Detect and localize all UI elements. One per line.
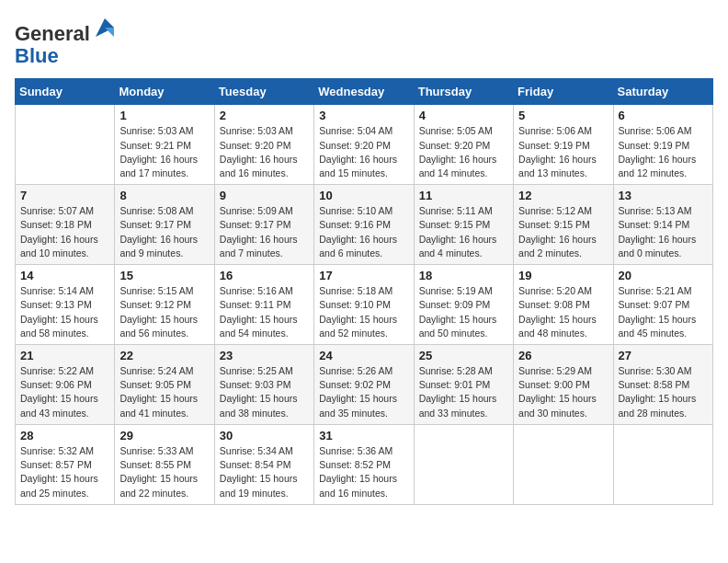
day-info: Sunrise: 5:08 AMSunset: 9:17 PMDaylight:… — [119, 204, 209, 260]
day-info: Sunrise: 5:12 AMSunset: 9:15 PMDaylight:… — [518, 204, 608, 260]
daylight-text: Daylight: 15 hours and 48 minutes. — [518, 314, 597, 339]
daylight-text: Daylight: 16 hours and 2 minutes. — [518, 234, 597, 259]
calendar-cell: 3Sunrise: 5:04 AMSunset: 9:20 PMDaylight… — [314, 105, 414, 185]
sunrise-text: Sunrise: 5:28 AM — [419, 365, 493, 376]
sunrise-text: Sunrise: 5:20 AM — [518, 285, 592, 296]
daylight-text: Daylight: 15 hours and 28 minutes. — [619, 393, 697, 418]
day-info: Sunrise: 5:26 AMSunset: 9:02 PMDaylight:… — [319, 364, 408, 420]
sunset-text: Sunset: 9:21 PM — [119, 140, 191, 151]
daylight-text: Daylight: 15 hours and 58 minutes. — [20, 314, 98, 339]
sunset-text: Sunset: 9:01 PM — [419, 379, 491, 390]
sunrise-text: Sunrise: 5:26 AM — [319, 365, 392, 376]
weekday-header-thursday: Thursday — [414, 79, 513, 105]
calendar-week-1: 1Sunrise: 5:03 AMSunset: 9:21 PMDaylight… — [16, 105, 713, 185]
daylight-text: Daylight: 16 hours and 6 minutes. — [319, 234, 397, 259]
sunset-text: Sunset: 9:09 PM — [419, 299, 491, 310]
sunset-text: Sunset: 9:16 PM — [319, 219, 391, 230]
calendar-cell: 21Sunrise: 5:22 AMSunset: 9:06 PMDayligh… — [16, 345, 115, 425]
day-number: 16 — [220, 269, 309, 282]
sunrise-text: Sunrise: 5:18 AM — [319, 285, 392, 296]
calendar-cell: 25Sunrise: 5:28 AMSunset: 9:01 PMDayligh… — [414, 345, 513, 425]
sunset-text: Sunset: 9:17 PM — [220, 219, 291, 230]
day-info: Sunrise: 5:07 AMSunset: 9:18 PMDaylight:… — [20, 204, 109, 260]
sunrise-text: Sunrise: 5:03 AM — [119, 125, 193, 136]
sunrise-text: Sunrise: 5:13 AM — [619, 205, 692, 216]
daylight-text: Daylight: 15 hours and 38 minutes. — [220, 393, 298, 418]
day-number: 2 — [220, 109, 309, 122]
day-number: 27 — [619, 349, 708, 362]
day-info: Sunrise: 5:33 AMSunset: 8:55 PMDaylight:… — [119, 444, 209, 500]
calendar-cell: 12Sunrise: 5:12 AMSunset: 9:15 PMDayligh… — [514, 185, 613, 265]
calendar-cell — [514, 424, 613, 504]
daylight-text: Daylight: 16 hours and 10 minutes. — [20, 234, 98, 259]
day-number: 5 — [518, 109, 608, 122]
sunset-text: Sunset: 9:02 PM — [319, 379, 391, 390]
day-number: 31 — [319, 429, 408, 442]
logo-text: General — [15, 15, 118, 45]
day-info: Sunrise: 5:06 AMSunset: 9:19 PMDaylight:… — [619, 124, 708, 180]
calendar-cell: 15Sunrise: 5:15 AMSunset: 9:12 PMDayligh… — [115, 265, 214, 345]
calendar-cell — [613, 424, 712, 504]
sunset-text: Sunset: 9:10 PM — [319, 299, 391, 310]
day-info: Sunrise: 5:22 AMSunset: 9:06 PMDaylight:… — [20, 364, 109, 420]
daylight-text: Daylight: 16 hours and 14 minutes. — [419, 154, 497, 178]
day-number: 14 — [20, 269, 109, 282]
day-number: 17 — [319, 269, 408, 282]
sunset-text: Sunset: 9:03 PM — [220, 379, 291, 390]
day-number: 30 — [220, 429, 309, 442]
sunrise-text: Sunrise: 5:07 AM — [20, 205, 94, 216]
day-info: Sunrise: 5:04 AMSunset: 9:20 PMDaylight:… — [319, 124, 408, 180]
calendar-cell: 4Sunrise: 5:05 AMSunset: 9:20 PMDaylight… — [414, 105, 513, 185]
daylight-text: Daylight: 16 hours and 12 minutes. — [619, 154, 697, 178]
day-number: 19 — [518, 269, 608, 282]
calendar-cell: 1Sunrise: 5:03 AMSunset: 9:21 PMDaylight… — [115, 105, 214, 185]
day-info: Sunrise: 5:34 AMSunset: 8:54 PMDaylight:… — [220, 444, 309, 500]
day-info: Sunrise: 5:21 AMSunset: 9:07 PMDaylight:… — [619, 284, 708, 340]
sunset-text: Sunset: 9:14 PM — [619, 219, 690, 230]
day-number: 15 — [119, 269, 209, 282]
daylight-text: Daylight: 16 hours and 13 minutes. — [518, 154, 597, 178]
day-number: 29 — [119, 429, 209, 442]
calendar-cell: 2Sunrise: 5:03 AMSunset: 9:20 PMDaylight… — [214, 105, 313, 185]
sunset-text: Sunset: 9:07 PM — [619, 299, 690, 310]
day-number: 25 — [419, 349, 508, 362]
day-info: Sunrise: 5:36 AMSunset: 8:52 PMDaylight:… — [319, 444, 408, 500]
logo-general: General — [15, 22, 90, 45]
svg-marker-1 — [105, 28, 114, 37]
sunrise-text: Sunrise: 5:36 AM — [319, 445, 392, 456]
sunrise-text: Sunrise: 5:29 AM — [518, 365, 592, 376]
calendar-cell: 30Sunrise: 5:34 AMSunset: 8:54 PMDayligh… — [214, 424, 313, 504]
day-number: 10 — [319, 189, 408, 202]
calendar-cell: 5Sunrise: 5:06 AMSunset: 9:19 PMDaylight… — [514, 105, 613, 185]
sunset-text: Sunset: 8:57 PM — [20, 459, 92, 470]
day-number: 12 — [518, 189, 608, 202]
sunrise-text: Sunrise: 5:22 AM — [20, 365, 94, 376]
sunset-text: Sunset: 9:11 PM — [220, 299, 291, 310]
sunset-text: Sunset: 9:06 PM — [20, 379, 92, 390]
day-info: Sunrise: 5:14 AMSunset: 9:13 PMDaylight:… — [20, 284, 109, 340]
calendar-cell: 28Sunrise: 5:32 AMSunset: 8:57 PMDayligh… — [16, 424, 115, 504]
day-info: Sunrise: 5:30 AMSunset: 8:58 PMDaylight:… — [619, 364, 708, 420]
calendar-week-2: 7Sunrise: 5:07 AMSunset: 9:18 PMDaylight… — [16, 185, 713, 265]
sunrise-text: Sunrise: 5:12 AM — [518, 205, 592, 216]
calendar-cell: 7Sunrise: 5:07 AMSunset: 9:18 PMDaylight… — [16, 185, 115, 265]
daylight-text: Daylight: 16 hours and 0 minutes. — [619, 234, 697, 259]
daylight-text: Daylight: 15 hours and 50 minutes. — [419, 314, 497, 339]
day-info: Sunrise: 5:24 AMSunset: 9:05 PMDaylight:… — [119, 364, 209, 420]
day-number: 24 — [319, 349, 408, 362]
sunset-text: Sunset: 9:15 PM — [518, 219, 590, 230]
day-info: Sunrise: 5:10 AMSunset: 9:16 PMDaylight:… — [319, 204, 408, 260]
weekday-header-wednesday: Wednesday — [314, 79, 414, 105]
daylight-text: Daylight: 15 hours and 19 minutes. — [220, 473, 298, 498]
sunrise-text: Sunrise: 5:25 AM — [220, 365, 293, 376]
daylight-text: Daylight: 15 hours and 43 minutes. — [20, 393, 98, 418]
sunset-text: Sunset: 8:52 PM — [319, 459, 391, 470]
calendar-cell — [16, 105, 115, 185]
calendar-cell: 17Sunrise: 5:18 AMSunset: 9:10 PMDayligh… — [314, 265, 414, 345]
day-info: Sunrise: 5:28 AMSunset: 9:01 PMDaylight:… — [419, 364, 508, 420]
daylight-text: Daylight: 15 hours and 22 minutes. — [119, 473, 198, 498]
sunrise-text: Sunrise: 5:16 AM — [220, 285, 293, 296]
sunset-text: Sunset: 9:20 PM — [220, 140, 291, 151]
weekday-header-friday: Friday — [514, 79, 613, 105]
day-number: 11 — [419, 189, 508, 202]
